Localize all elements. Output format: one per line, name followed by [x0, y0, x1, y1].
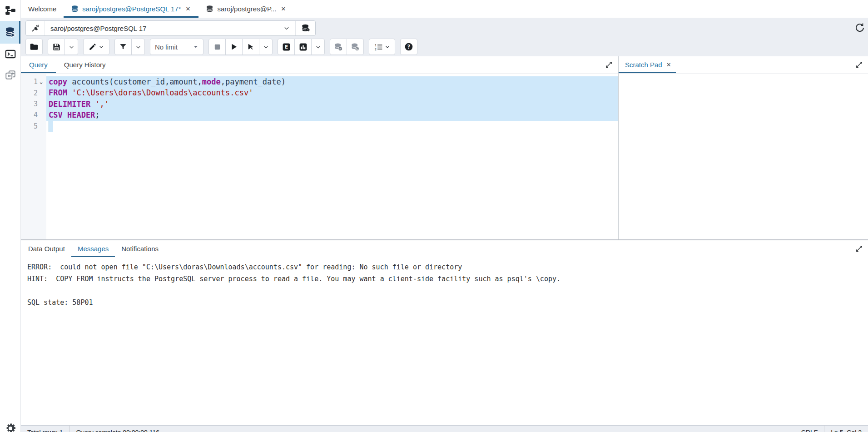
explain-options-chevron[interactable]	[311, 39, 325, 55]
output-panel: Data Output Messages Notifications ERROR…	[21, 239, 868, 425]
line-number: 1⌄	[21, 76, 46, 87]
expand-scratch-pad-icon[interactable]	[850, 56, 868, 73]
execute-script-button[interactable]	[242, 39, 259, 55]
connection-group: saroj/postgres@PostgreSQL 17	[25, 20, 316, 36]
help-icon: ?	[404, 42, 413, 51]
play-script-icon	[247, 43, 255, 51]
message-line: ERROR: could not open file "C:\Users\dor…	[27, 261, 868, 273]
sidebar-item-schema-diff[interactable]	[0, 65, 20, 85]
tab-query[interactable]: Query	[21, 56, 56, 73]
connection-select[interactable]: saroj/postgres@PostgreSQL 17	[45, 21, 278, 35]
chevron-down-icon	[315, 44, 321, 50]
close-icon[interactable]: ✕	[280, 5, 287, 13]
tab-welcome[interactable]: Welcome	[21, 0, 64, 18]
tab-query-history-label: Query History	[64, 61, 106, 69]
expand-output-panel-icon[interactable]	[850, 240, 868, 257]
editor-gutter: 1⌄2345	[21, 74, 46, 239]
svg-text:1: 1	[374, 43, 376, 47]
save-icon	[52, 43, 61, 51]
stop-icon	[213, 43, 221, 51]
tab-notifications[interactable]: Notifications	[115, 240, 165, 257]
help-button[interactable]: ?	[400, 39, 417, 55]
tab-query-history[interactable]: Query History	[56, 56, 114, 73]
explain-analyze-button[interactable]	[294, 39, 312, 55]
filter-options-chevron[interactable]	[131, 39, 145, 55]
close-icon[interactable]: ✕	[666, 61, 671, 68]
line-number: 4	[21, 109, 46, 120]
tab-query-label: Query	[29, 61, 48, 69]
limit-select[interactable]: No limit	[150, 39, 203, 55]
edit-options-button[interactable]	[83, 39, 109, 55]
output-tabs: Data Output Messages Notifications	[21, 240, 868, 257]
object-explorer-icon	[5, 5, 16, 16]
analyze-chart-icon	[299, 43, 308, 51]
tab-query-tool-2[interactable]: saroj/postgres@P... ✕	[198, 0, 294, 18]
code-line[interactable]: DELIMITER ','	[46, 99, 618, 109]
chevron-down-icon	[263, 44, 269, 50]
editor-code[interactable]: copy accounts(customer_id,amount,mode,pa…	[46, 74, 618, 239]
status-query-complete: Query complete 00:00:00.116	[70, 429, 166, 432]
tab-query-tool-active[interactable]: saroj/postgres@PostgreSQL 17* ✕	[64, 0, 198, 18]
status-total-rows: Total rows: 1	[21, 429, 69, 432]
rollback-button[interactable]	[347, 39, 364, 55]
scratch-pad-label: Scratch Pad	[625, 61, 662, 69]
expand-query-panel-icon[interactable]	[600, 56, 618, 73]
messages-content: ERROR: could not open file "C:\Users\dor…	[21, 257, 868, 425]
message-line	[27, 285, 868, 297]
code-line[interactable]: copy accounts(customer_id,amount,mode,pa…	[46, 76, 618, 87]
open-file-button[interactable]	[25, 39, 43, 55]
pencil-icon	[89, 43, 97, 51]
status-bar: Total rows: 1 Query complete 00:00:00.11…	[21, 425, 868, 432]
execute-button[interactable]	[225, 39, 243, 55]
save-button[interactable]	[48, 39, 65, 55]
save-options-chevron[interactable]	[64, 39, 78, 55]
connection-status-icon	[26, 21, 45, 35]
toolbar-region: saroj/postgres@PostgreSQL 17	[21, 18, 868, 56]
caret-down-icon	[193, 44, 198, 50]
new-connection-button[interactable]	[295, 21, 315, 35]
tab-scratch-pad[interactable]: Scratch Pad ✕	[619, 56, 676, 73]
explain-button[interactable]: E	[278, 39, 295, 55]
sidebar-item-object-explorer[interactable]	[0, 0, 20, 21]
commit-icon	[334, 42, 343, 51]
status-eol-mode[interactable]: CRLF	[795, 429, 824, 432]
play-icon	[230, 43, 238, 51]
scratch-pad-panel: Scratch Pad ✕	[619, 56, 868, 239]
limit-value: No limit	[155, 43, 178, 51]
line-number: 5	[21, 121, 46, 132]
macros-button[interactable]: 1 2	[369, 39, 395, 55]
tab-messages-label: Messages	[78, 245, 109, 253]
close-icon[interactable]: ✕	[185, 5, 192, 13]
sidebar-item-psql-terminal[interactable]	[0, 44, 20, 65]
top-tab-bar: Welcome saroj/postgres@PostgreSQL 17* ✕	[21, 0, 868, 18]
settings-gear-icon[interactable]	[4, 422, 17, 432]
message-line: SQL state: 58P01	[27, 297, 868, 308]
query-toolbar: No limit	[25, 39, 863, 55]
stop-button[interactable]	[208, 39, 226, 55]
query-panel-tabs: Query Query History	[21, 56, 618, 74]
scratch-pad-textarea[interactable]	[619, 74, 868, 239]
chevron-down-icon[interactable]	[278, 21, 295, 35]
chevron-down-icon	[385, 44, 390, 50]
refresh-icon[interactable]	[854, 22, 865, 33]
code-line[interactable]: FROM 'C:\Users\doras\Downloads\accounts.…	[46, 87, 618, 98]
code-line[interactable]: CSV HEADER;	[46, 109, 618, 120]
chevron-down-icon	[135, 44, 141, 50]
commit-button[interactable]	[330, 39, 347, 55]
tab-other-label: saroj/postgres@P...	[217, 5, 276, 13]
filter-button[interactable]	[114, 39, 132, 55]
execute-options-chevron[interactable]	[259, 39, 273, 55]
schema-diff-icon	[5, 69, 16, 81]
tab-active-label: saroj/postgres@PostgreSQL 17*	[82, 5, 181, 13]
line-number: 2	[21, 87, 46, 98]
left-sidebar	[0, 0, 21, 432]
scratch-pad-header: Scratch Pad ✕	[619, 56, 868, 74]
sidebar-item-query-tool[interactable]	[0, 21, 20, 44]
tab-data-output[interactable]: Data Output	[22, 240, 71, 257]
code-line[interactable]	[46, 121, 618, 132]
tab-messages[interactable]: Messages	[71, 240, 115, 257]
connection-value: saroj/postgres@PostgreSQL 17	[50, 25, 146, 32]
tab-data-output-label: Data Output	[28, 245, 65, 253]
message-line: HINT: COPY FROM instructs the PostgreSQL…	[27, 273, 868, 285]
svg-text:?: ?	[407, 44, 411, 50]
